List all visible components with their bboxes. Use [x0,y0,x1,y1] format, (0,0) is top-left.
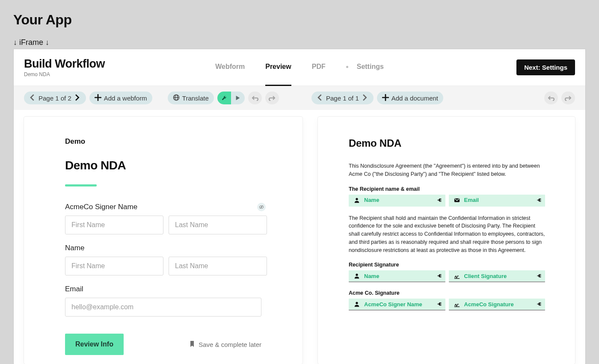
bookmark-icon [189,340,195,349]
plug-icon [536,196,543,204]
tab-pdf[interactable]: PDF [312,49,326,86]
chip-client-signature-label: Client Signature [464,273,507,279]
last-name-input[interactable] [169,257,267,275]
recipient-sig-header: Recipient Signature [349,262,545,268]
document-pager[interactable]: Page 1 of 1 [311,92,374,104]
translate-button[interactable]: Translate [168,92,214,104]
document-pager-label: Page 1 of 1 [326,95,359,102]
webform-pane: Demo Demo NDA AcmeCo Signer Name Name [24,117,302,364]
form-brand: Demo [65,137,261,146]
tab-settings-label: Settings [357,63,384,71]
chip-recipient-name[interactable]: Name [349,270,445,282]
plus-icon [382,94,389,102]
chip-acme-signer-name-label: AcmeCo Signer Name [364,301,422,308]
redo-button[interactable] [265,92,279,104]
plug-icon [536,272,543,280]
chip-email[interactable]: Email [449,195,546,207]
save-later-label: Save & complete later [199,341,261,348]
add-document-label: Add a document [391,95,438,102]
tab-webform[interactable]: Webform [215,49,245,86]
add-webform-label: Add a webform [104,95,147,102]
plug-icon [436,272,443,280]
webform-pager-label: Page 1 of 2 [39,95,71,102]
document-pane: Demo NDA This Nondisclosure Agreement (t… [318,117,575,364]
chevron-left-icon[interactable] [29,94,36,102]
iframe-container: Build Workflow Demo NDA Webform Preview … [13,49,586,364]
acme-last-name-input[interactable] [169,216,267,234]
chip-acme-signature-label: AcmeCo Signature [464,301,514,308]
iframe-label: ↓ iFrame ↓ [13,38,586,47]
user-icon [352,301,362,307]
doc-redo-button[interactable] [561,92,575,104]
workflow-subtitle: Demo NDA [24,71,105,77]
next-settings-button[interactable]: Next: Settings [516,59,575,75]
tab-settings[interactable]: Settings [346,49,384,86]
globe-icon [173,94,180,102]
play-icon[interactable] [231,92,245,104]
acme-signer-label: AcmeCo Signer Name [65,203,261,211]
plug-icon [536,300,543,308]
doc-undo-button[interactable] [544,92,558,104]
workflow-title: Build Workflow [24,57,105,71]
heading-underline [65,184,97,186]
toolbar: Page 1 of 2 Add a webform Translate [14,86,585,110]
plus-icon [95,94,101,102]
add-webform-button[interactable]: Add a webform [89,92,152,104]
chip-acme-signer-name[interactable]: AcmeCo Signer Name [349,299,445,311]
form-heading: Demo NDA [65,159,261,172]
name-label: Name [65,244,261,252]
first-name-input[interactable] [65,257,163,275]
email-input[interactable] [65,298,261,317]
mail-icon [452,197,462,203]
field-email: Email [65,285,261,317]
wrench-icon[interactable] [217,92,231,104]
review-info-button[interactable]: Review Info [65,334,124,355]
user-icon [352,273,362,279]
chip-acme-signature[interactable]: AcmeCo Signature [449,299,546,311]
tab-preview[interactable]: Preview [265,49,291,86]
document-body: The Recipient shall hold and maintain th… [349,214,545,255]
chevron-right-icon[interactable] [74,94,81,102]
undo-button[interactable] [248,92,262,104]
plug-icon [436,196,443,204]
workflow-header: Build Workflow Demo NDA Webform Preview … [14,49,585,86]
plug-icon [436,300,443,308]
chip-recipient-name-label: Name [364,273,379,279]
user-icon [352,197,362,203]
acme-first-name-input[interactable] [65,216,163,234]
chevron-left-icon[interactable] [317,94,323,102]
chip-client-signature[interactable]: Client Signature [449,270,546,282]
visibility-icon[interactable] [257,203,266,211]
translate-label: Translate [182,95,209,102]
add-document-button[interactable]: Add a document [377,92,443,104]
acme-sig-header: Acme Co. Signature [349,290,545,296]
app-title: Your App [13,12,586,28]
document-intro: This Nondisclosure Agreement (the "Agree… [349,162,545,178]
field-name: Name [65,244,261,275]
save-later-link[interactable]: Save & complete later [189,340,261,349]
chevron-right-icon[interactable] [362,94,368,102]
mode-toggle[interactable] [217,92,245,104]
email-label: Email [65,285,261,293]
settings-dot-icon [346,66,348,68]
chip-name[interactable]: Name [349,195,445,207]
document-title: Demo NDA [349,137,545,149]
signature-icon [452,273,462,279]
webform-pager[interactable]: Page 1 of 2 [24,92,86,104]
chip-email-label: Email [464,197,479,203]
signature-icon [452,301,462,307]
recipient-header: The Recipient name & email [349,186,545,192]
chip-name-label: Name [364,197,379,203]
field-acme-signer: AcmeCo Signer Name [65,203,261,234]
